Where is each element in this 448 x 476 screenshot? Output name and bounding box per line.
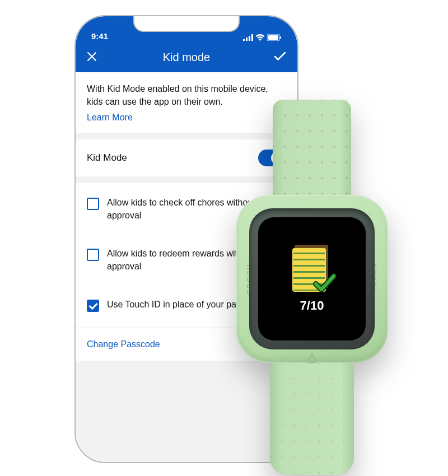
watch-screen: 7/10	[258, 217, 366, 340]
svg-rect-1	[268, 35, 278, 40]
watch-chore-count: 7/10	[300, 298, 324, 313]
kid-mode-toggle-label: Kid Mode	[87, 152, 127, 164]
status-indicators	[243, 34, 282, 41]
watch-device: GROGU GROGU 7/10	[231, 100, 393, 475]
watch-band-top	[273, 100, 351, 206]
checkbox-touch-id[interactable]	[87, 300, 99, 312]
watch-bezel: 7/10	[249, 208, 375, 349]
watch-emblem-icon	[304, 353, 320, 364]
confirm-button[interactable]	[269, 51, 286, 64]
phone-notch	[133, 16, 240, 32]
svg-rect-2	[280, 36, 281, 39]
watch-band-bottom	[270, 363, 354, 475]
chores-icon	[292, 245, 332, 293]
close-button[interactable]	[87, 49, 104, 65]
check-icon	[274, 52, 286, 61]
signal-icon	[243, 34, 253, 41]
checkmark-icon	[312, 272, 336, 295]
battery-icon	[267, 34, 282, 41]
wifi-icon	[255, 34, 265, 41]
checkbox-rewards[interactable]	[87, 249, 99, 261]
checkbox-chores[interactable]	[87, 198, 99, 210]
status-time: 9:41	[91, 31, 108, 41]
nav-header: Kid mode	[76, 42, 297, 72]
watch-body: GROGU GROGU 7/10	[236, 195, 388, 363]
page-title: Kid mode	[104, 51, 269, 64]
close-icon	[87, 52, 97, 62]
